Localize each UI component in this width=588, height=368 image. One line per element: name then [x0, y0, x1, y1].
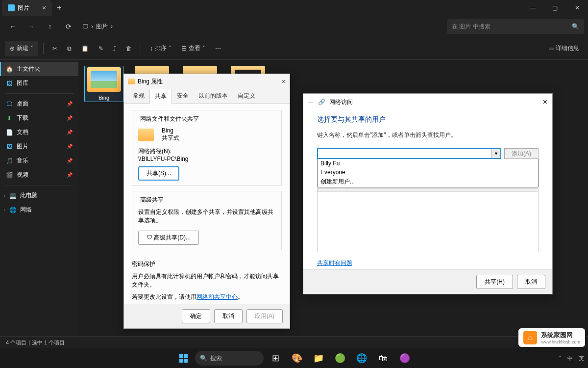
tab-share[interactable]: 共享 — [149, 89, 172, 104]
pin-icon: 📌 — [67, 144, 73, 149]
copy-button[interactable]: ⧉ — [63, 41, 75, 56]
new-tab-button[interactable]: + — [52, 3, 66, 12]
delete-button[interactable]: 🗑 — [122, 41, 136, 56]
dialog-titlebar[interactable]: Bing 属性 × — [124, 74, 290, 89]
up-button[interactable]: ↑ — [41, 18, 59, 35]
cut-button[interactable]: ✂ — [49, 41, 61, 56]
close-icon[interactable]: × — [282, 78, 286, 85]
crumb-pictures[interactable]: 图片 — [96, 23, 108, 31]
window-titlebar: 图片 × + — ▢ ✕ — [0, 0, 588, 16]
tab-custom[interactable]: 自定义 — [233, 89, 260, 104]
share-state: 共享式 — [162, 134, 179, 142]
dropdown-option[interactable]: Everyone — [318, 168, 538, 177]
close-tab-icon[interactable]: × — [42, 4, 46, 12]
status-bar: 4 个项目 | 选中 1 个项目 ≡ ▦ — [0, 336, 588, 348]
sidebar-item-thispc[interactable]: ›💻此电脑 — [0, 188, 78, 203]
taskbar-search[interactable]: 🔍搜索 — [195, 351, 264, 366]
chevron-right-icon: › — [111, 23, 113, 30]
rename-button[interactable]: ✎ — [95, 41, 107, 56]
sort-button[interactable]: ↕ 排序 ˅ — [146, 41, 175, 56]
share-button[interactable]: ⤴ — [109, 41, 120, 56]
ime-indicator[interactable]: 中 — [567, 355, 573, 362]
folder-bing[interactable]: Bing — [84, 66, 123, 102]
music-icon: 🎵 — [6, 158, 13, 164]
network-center-link[interactable]: 网络和共享中心 — [196, 293, 238, 300]
dropdown-option[interactable]: Billy Fu — [318, 159, 538, 168]
lang-indicator[interactable]: 英 — [579, 355, 584, 362]
cancel-button[interactable]: 取消 — [214, 309, 243, 323]
advanced-share-button[interactable]: 🛡 高级共享(D)... — [138, 231, 199, 245]
dropdown-option[interactable]: 创建新用户... — [318, 177, 538, 187]
network-access-dialog: ← 🔗 网络访问 × 选择要与其共享的用户 键入名称，然后单击"添加"，或者单击… — [303, 93, 553, 294]
nav-bar: ← → ↑ ⟳ 🖵 › 图片 › 在 图片 中搜索 🔍 — [0, 16, 588, 37]
pin-icon: 📌 — [67, 130, 73, 135]
password-desc: 用户必须具有此计算机的用户帐户和密码，才能访问共享文件夹。 — [132, 272, 282, 289]
sidebar-item-gallery[interactable]: 🖼图库 — [0, 76, 78, 90]
user-input[interactable] — [318, 149, 491, 158]
new-button[interactable]: ⊕ 新建 ˅ — [5, 41, 38, 56]
sidebar-item-home[interactable]: 🏠主文件夹 — [0, 62, 78, 76]
more-button[interactable]: ⋯ — [211, 41, 225, 56]
section-password: 密码保护 — [132, 260, 282, 268]
sidebar-item-desktop[interactable]: 🖵桌面📌 — [0, 97, 78, 111]
search-input[interactable]: 在 图片 中搜索 🔍 — [447, 19, 584, 34]
refresh-button[interactable]: ⟳ — [60, 18, 77, 35]
sidebar-item-music[interactable]: 🎵音乐📌 — [0, 154, 78, 168]
apply-button[interactable]: 应用(A) — [246, 309, 283, 323]
store-icon[interactable]: 🛍 — [373, 348, 393, 368]
ok-button[interactable]: 确定 — [182, 309, 210, 323]
close-window-button[interactable]: ✕ — [566, 0, 588, 16]
details-pane-button[interactable]: ▭ 详细信息 — [544, 41, 583, 56]
search-icon: 🔍 — [200, 355, 207, 362]
folder-mini-icon — [128, 79, 135, 84]
edge-icon[interactable]: 🌐 — [352, 348, 371, 368]
tab-previous[interactable]: 以前的版本 — [194, 89, 233, 104]
taskbar-app[interactable]: 🟢 — [330, 348, 350, 368]
share-submit-button[interactable]: 共享(H) — [476, 275, 513, 289]
sidebar-item-pictures[interactable]: 🖼图片📌 — [0, 139, 78, 154]
pin-icon: 📌 — [67, 101, 73, 106]
paste-button[interactable]: 📋 — [77, 41, 93, 56]
dialog-titlebar[interactable]: ← 🔗 网络访问 × — [303, 94, 552, 110]
taskbar: 🔍搜索 ⊞ 🎨 📁 🟢 🌐 🛍 🟣 ˄ 中 英 — [0, 348, 588, 368]
user-combobox[interactable]: ▼ — [317, 148, 501, 159]
pictures-icon: 🖼 — [6, 143, 13, 150]
close-icon[interactable]: × — [543, 98, 547, 106]
share-user-list[interactable] — [317, 188, 539, 252]
chevron-down-icon[interactable]: ▼ — [491, 149, 500, 158]
sidebar-item-videos[interactable]: 🎬视频📌 — [0, 168, 78, 182]
view-button[interactable]: ☰ 查看 ˅ — [177, 41, 209, 56]
netpath-label: 网络路径(N): — [138, 147, 275, 156]
taskbar-app[interactable]: 🎨 — [287, 348, 307, 368]
forward-button[interactable]: → — [23, 18, 40, 35]
sidebar-item-network[interactable]: ›🌐网络 — [0, 203, 78, 217]
back-button[interactable]: ← — [4, 18, 22, 35]
properties-dialog: Bing 属性 × 常规 共享 安全 以前的版本 自定义 网络文件和文件夹共享 … — [123, 74, 290, 329]
trouble-link[interactable]: 共享时有问题 — [317, 260, 352, 266]
section-network-share: 网络文件和文件夹共享 — [138, 115, 201, 123]
tab-general[interactable]: 常规 — [128, 89, 149, 104]
maximize-button[interactable]: ▢ — [544, 0, 566, 16]
tray-chevron-icon[interactable]: ˄ — [559, 355, 562, 362]
sidebar-item-documents[interactable]: 📄文档📌 — [0, 125, 78, 139]
task-view-button[interactable]: ⊞ — [266, 348, 285, 368]
house-icon: ⌂ — [523, 331, 537, 344]
sidebar-item-downloads[interactable]: ⬇下载📌 — [0, 111, 78, 125]
taskbar-app[interactable]: 🟣 — [395, 348, 415, 368]
back-icon[interactable]: ← — [308, 99, 314, 105]
folder-icon — [138, 129, 154, 141]
add-button[interactable]: 添加(A) — [504, 148, 539, 159]
tab-pictures[interactable]: 图片 × — [2, 0, 52, 16]
minimize-button[interactable]: — — [522, 0, 544, 16]
list-header — [318, 189, 538, 192]
download-icon: ⬇ — [6, 115, 13, 122]
breadcrumb[interactable]: 🖵 › 图片 › — [82, 23, 113, 31]
start-button[interactable] — [173, 348, 193, 368]
tab-security[interactable]: 安全 — [172, 89, 194, 104]
cancel-button[interactable]: 取消 — [517, 275, 545, 289]
home-icon: 🏠 — [6, 66, 13, 73]
network-icon: 🔗 — [318, 99, 325, 105]
file-explorer-icon[interactable]: 📁 — [309, 348, 328, 368]
chevron-right-icon: › — [4, 193, 5, 198]
share-button[interactable]: 共享(S)... — [138, 166, 179, 181]
